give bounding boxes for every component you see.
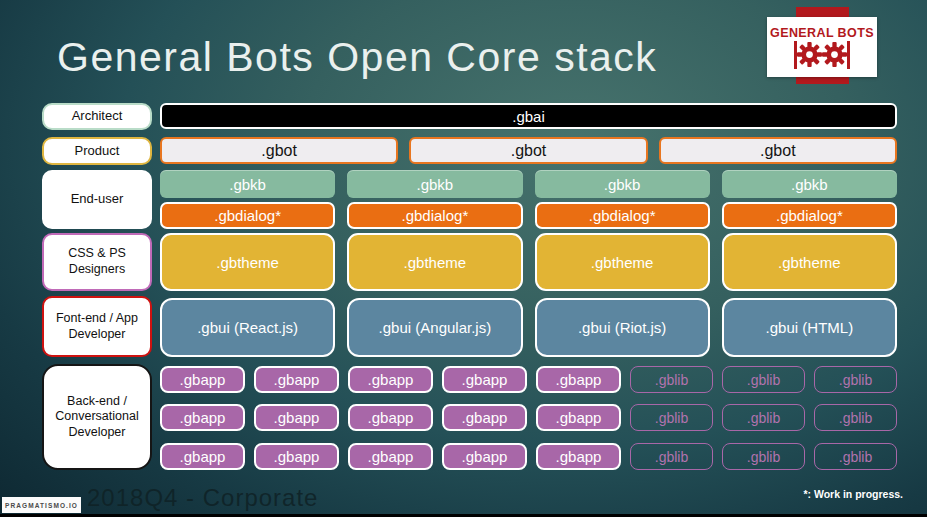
gbtheme-box: .gbtheme [722,233,897,291]
gbapp-box: .gbapp [536,443,621,470]
row-gbui: .gbui (React.js) .gbui (Angular.js) .gbu… [160,298,897,357]
logo-tick-right [847,41,850,69]
gblib-box: .gblib [814,366,897,393]
gblib-box: .gblib [722,404,805,431]
gbkb-box: .gbkb [160,170,335,198]
gbapp-box: .gbapp [160,366,245,393]
gbapp-box: .gbapp [348,366,433,393]
gbtheme-box: .gbtheme [160,233,335,291]
gblib-box: .gblib [630,366,713,393]
gbapp-box: .gbapp [160,404,245,431]
gblib-box: .gblib [630,404,713,431]
gbkb-box: .gbkb [535,170,710,198]
gbapp-box: .gbapp [536,366,621,393]
gbui-angular-box: .gbui (Angular.js) [347,298,522,357]
gbdialog-box: .gbdialog* [535,202,710,229]
row-gbkb: .gbkb .gbkb .gbkb .gbkb [160,170,897,198]
gblib-box: .gblib [722,366,805,393]
gbapp-box: .gbapp [348,404,433,431]
gbkb-box: .gbkb [722,170,897,198]
role-label-product: Product [42,137,152,165]
row-gbdialog: .gbdialog* .gbdialog* .gbdialog* .gbdial… [160,202,897,229]
gbapp-box: .gbapp [254,366,339,393]
gbtheme-box: .gbtheme [347,233,522,291]
logo-wordmark: GENERAL BOTS [770,26,874,40]
slide: General Bots Open Core stack GENERAL BOT… [0,0,927,517]
gbtheme-box: .gbtheme [535,233,710,291]
row-gbapp-3: .gbapp .gbapp .gbapp .gbapp .gbapp .gbli… [160,443,897,470]
gblib-box: .gblib [814,404,897,431]
gbkb-box: .gbkb [347,170,522,198]
row-gbai: .gbai [160,103,897,129]
gbdialog-box: .gbdialog* [160,202,335,229]
role-label-architect: Architect [42,103,152,130]
gbui-riot-box: .gbui (Riot.js) [535,298,710,357]
role-label-css-ps-designers: CSS & PS Designers [42,233,152,291]
gbapp-box: .gbapp [160,443,245,470]
work-in-progress-note: *: Work in progress. [803,488,903,500]
gbot-box: .gbot [160,137,398,164]
row-gbot: .gbot .gbot .gbot [160,137,897,164]
gbui-react-box: .gbui (React.js) [160,298,335,357]
gbapp-box: .gbapp [254,443,339,470]
gblib-box: .gblib [630,443,713,470]
pragmatismo-brand-badge: PRAGMATISMO.IO [2,497,81,513]
general-bots-logo: GENERAL BOTS [767,17,877,77]
gbapp-box: .gbapp [348,443,433,470]
logo-gears [794,41,850,69]
gblib-box: .gblib [814,443,897,470]
gbapp-box: .gbapp [442,404,527,431]
row-gbtheme: .gbtheme .gbtheme .gbtheme .gbtheme [160,233,897,291]
row-gbapp-1: .gbapp .gbapp .gbapp .gbapp .gbapp .gbli… [160,366,897,393]
gbot-box: .gbot [659,137,897,164]
slide-caption: 2018Q4 - Corporate [87,484,318,512]
gblib-box: .gblib [722,443,805,470]
gbai-box: .gbai [160,103,897,129]
gbdialog-box: .gbdialog* [722,202,897,229]
gbapp-box: .gbapp [254,404,339,431]
gbapp-box: .gbapp [442,443,527,470]
gbapp-box: .gbapp [536,404,621,431]
logo-tick-left [794,41,797,69]
gbdialog-box: .gbdialog* [347,202,522,229]
gbot-box: .gbot [409,137,647,164]
gbui-html-box: .gbui (HTML) [722,298,897,357]
gbapp-box: .gbapp [442,366,527,393]
row-gbapp-2: .gbapp .gbapp .gbapp .gbapp .gbapp .gbli… [160,404,897,431]
role-label-backend-conversational-developer: Back-end / Conversational Developer [42,364,152,470]
role-label-end-user: End-user [42,170,152,229]
role-label-frontend-app-developer: Font-end / App Developer [42,296,152,357]
page-title: General Bots Open Core stack [57,34,657,81]
